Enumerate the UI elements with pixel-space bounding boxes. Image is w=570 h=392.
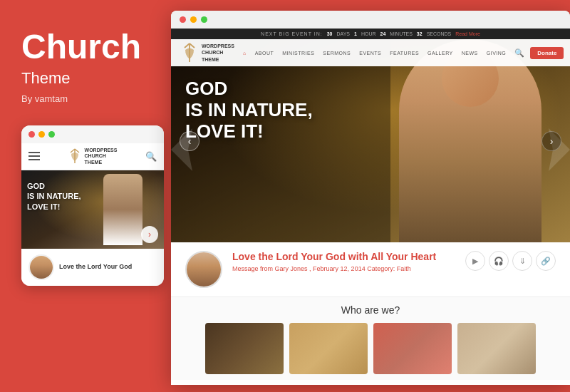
post-author-link[interactable]: Gary Jones (275, 265, 308, 272)
desktop-nav-items: ⌂ ABOUT MINISTRIES SERMONS EVENTS FEATUR… (242, 49, 507, 57)
nav-item-home[interactable]: ⌂ (242, 49, 248, 57)
desktop-hero: GOD IS IN NATURE, LOVE IT! ‹ › (171, 39, 570, 242)
left-panel: Church Theme By vamtam WORDPRESSCHURCHTH… (0, 0, 171, 392)
who-image-4[interactable] (457, 323, 536, 374)
event-minutes-count: 24 (380, 31, 386, 36)
event-seconds-count: 32 (417, 31, 423, 36)
mobile-logo: WORDPRESSCHURCHTHEME (68, 148, 118, 165)
who-are-we-section: Who are we? (171, 297, 570, 380)
post-share-button[interactable]: 🔗 (536, 251, 556, 271)
event-hours-unit: HOUR (361, 31, 376, 36)
nav-item-giving[interactable]: GIVING (485, 49, 508, 57)
mobile-post-avatar (28, 254, 54, 280)
who-section-title: Who are we? (185, 304, 556, 316)
browser-dot-yellow (190, 16, 197, 23)
post-date: , February 12, 2014 (309, 265, 367, 272)
hero-person-silhouette (399, 39, 542, 242)
nav-item-features[interactable]: FEATURES (388, 49, 420, 57)
mobile-mockup: WORDPRESSCHURCHTHEME 🔍 GOD IS IN NATURE,… (21, 125, 164, 286)
mobile-nav: WORDPRESSCHURCHTHEME 🔍 (21, 143, 164, 170)
post-download-button[interactable]: ⇓ (512, 251, 532, 271)
nav-item-events[interactable]: EVENTS (358, 49, 383, 57)
desktop-search-icon[interactable]: 🔍 (514, 48, 524, 58)
mobile-search-icon[interactable]: 🔍 (145, 151, 157, 162)
dot-green (48, 131, 55, 138)
post-preview-row: Love the Lord Your God with All Your Hea… (171, 242, 570, 297)
mobile-hero: GOD IS IN NATURE, LOVE IT! › (21, 170, 164, 249)
nav-item-about[interactable]: ABOUT (254, 49, 276, 57)
dot-yellow (38, 131, 45, 138)
dot-red (28, 131, 35, 138)
mobile-top-bar (21, 125, 164, 143)
app-title: Church (21, 29, 150, 66)
who-image-1[interactable] (205, 323, 284, 374)
event-bar-label: NEXT BIG EVENT IN: (261, 31, 323, 36)
post-audio-button[interactable]: 🎧 (489, 251, 509, 271)
event-hours-count: 1 (354, 31, 357, 36)
post-meta-prefix: Message from (232, 265, 273, 272)
post-video-button[interactable]: ▶ (465, 251, 485, 271)
who-images-row (185, 323, 556, 374)
nav-item-news[interactable]: NEWS (460, 49, 480, 57)
app-subtitle: Theme (21, 69, 150, 88)
desktop-post-title[interactable]: Love the Lord Your God with All Your Hea… (232, 251, 455, 262)
post-action-buttons: ▶ 🎧 ⇓ 🔗 (465, 251, 556, 271)
nav-item-gallery[interactable]: GALLERY (426, 49, 455, 57)
desktop-logo: WORDPRESSCHURCHTHEME (182, 43, 234, 63)
event-days-count: 30 (327, 31, 333, 36)
mobile-post-title[interactable]: Love the Lord Your God (59, 263, 132, 272)
mobile-hero-person (103, 174, 142, 245)
desktop-post-meta: Message from Gary Jones , February 12, 2… (232, 265, 455, 272)
desktop-logo-text: WORDPRESSCHURCHTHEME (202, 43, 234, 62)
desktop-browser-bar (171, 11, 570, 29)
mobile-hero-text: GOD IS IN NATURE, LOVE IT! (27, 181, 81, 212)
desktop-hero-text: GOD IS IN NATURE, LOVE IT! (185, 78, 313, 143)
hero-next-button[interactable]: › (542, 131, 561, 151)
nav-item-ministries[interactable]: MINISTRIES (281, 49, 316, 57)
browser-dot-red (180, 16, 186, 23)
mobile-post-preview: Love the Lord Your God (21, 249, 164, 286)
event-read-more-link[interactable]: Read More (455, 31, 480, 36)
event-minutes-unit: MINUTES (390, 31, 413, 36)
who-image-2[interactable] (289, 323, 368, 374)
post-category-link[interactable]: Faith (397, 265, 411, 272)
event-seconds-unit: SECONDS (427, 31, 452, 36)
desktop-main-nav: WORDPRESSCHURCHTHEME ⌂ ABOUT MINISTRIES … (171, 39, 570, 66)
author-credit: By vamtam (21, 93, 150, 104)
event-days-unit: DAYS (336, 31, 350, 36)
hero-prev-button[interactable]: ‹ (180, 131, 200, 151)
post-category-prefix: Category: (367, 265, 397, 272)
who-image-3[interactable] (373, 323, 452, 374)
desktop-nav-actions: 🔍 Donate (514, 47, 564, 59)
nav-item-sermons[interactable]: SERMONS (321, 49, 352, 57)
desktop-logo-icon (182, 43, 197, 63)
desktop-post-avatar (185, 251, 222, 288)
mobile-logo-icon (68, 148, 81, 164)
donate-button[interactable]: Donate (530, 47, 564, 59)
desktop-mockup: NEXT BIG EVENT IN: 30 DAYS 1 HOUR 24 MIN… (171, 11, 570, 385)
hamburger-icon[interactable] (28, 152, 40, 160)
browser-dot-green (201, 16, 207, 23)
mobile-arrow-right-btn[interactable]: › (141, 226, 158, 243)
desktop-post-content: Love the Lord Your God with All Your Hea… (232, 251, 455, 272)
event-countdown-bar: NEXT BIG EVENT IN: 30 DAYS 1 HOUR 24 MIN… (171, 29, 570, 39)
mobile-logo-text: WORDPRESSCHURCHTHEME (85, 148, 118, 165)
